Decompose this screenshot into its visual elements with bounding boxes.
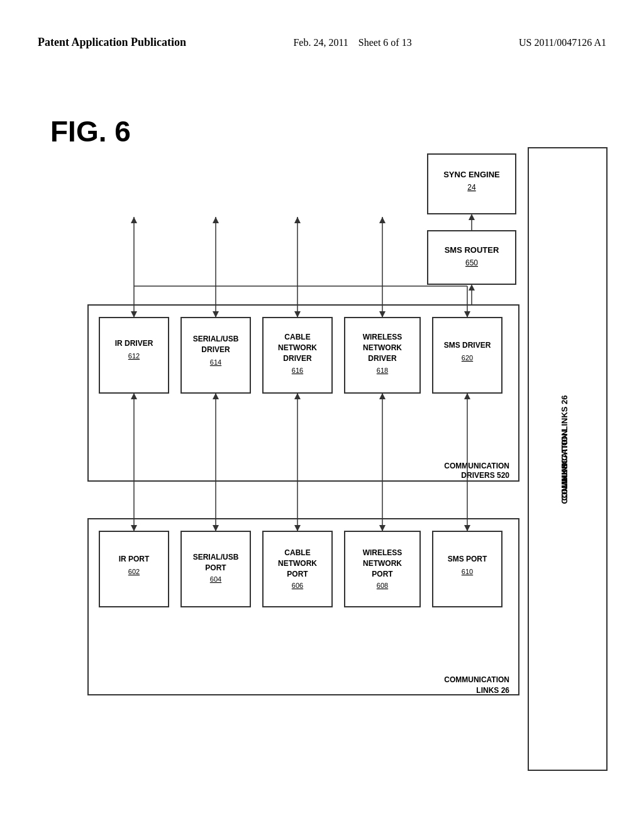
svg-text:24: 24 <box>467 183 476 192</box>
svg-marker-53 <box>131 217 137 223</box>
pub-date: Feb. 24, 2011 <box>293 37 348 48</box>
header-center: Feb. 24, 2011 Sheet 6 of 13 <box>293 35 411 51</box>
svg-text:SERIAL/USB: SERIAL/USB <box>193 335 239 343</box>
svg-text:NETWORK: NETWORK <box>363 343 402 352</box>
svg-text:IR PORT: IR PORT <box>119 555 150 563</box>
svg-text:PORT: PORT <box>287 570 308 578</box>
patent-number: US 2011/0047126 A1 <box>519 37 606 48</box>
svg-marker-90 <box>379 393 386 399</box>
svg-marker-93 <box>464 393 470 399</box>
svg-marker-43 <box>294 311 301 318</box>
page-header: Patent Application Publication Feb. 24, … <box>0 0 644 51</box>
svg-text:NETWORK: NETWORK <box>278 343 317 352</box>
svg-marker-81 <box>131 393 137 399</box>
svg-text:610: 610 <box>462 568 473 575</box>
svg-marker-84 <box>213 393 219 399</box>
svg-text:616: 616 <box>292 367 303 374</box>
svg-text:WIRELESS: WIRELESS <box>363 333 402 341</box>
svg-text:618: 618 <box>377 367 388 374</box>
svg-marker-82 <box>131 525 137 531</box>
svg-marker-55 <box>294 217 301 223</box>
svg-text:602: 602 <box>128 568 140 575</box>
svg-marker-9 <box>469 214 475 220</box>
svg-text:SMS ROUTER: SMS ROUTER <box>445 245 499 255</box>
svg-text:608: 608 <box>377 582 388 589</box>
header-right: US 2011/0047126 A1 <box>519 35 606 51</box>
svg-text:FIG. 6: FIG. 6 <box>50 115 131 148</box>
svg-text:SMS DRIVER: SMS DRIVER <box>444 341 491 350</box>
svg-text:COMMUNICATION: COMMUNICATION <box>444 462 509 470</box>
svg-rect-67 <box>263 531 332 607</box>
svg-text:606: 606 <box>292 582 303 589</box>
svg-marker-39 <box>131 311 137 318</box>
publication-title: Patent Application Publication <box>38 36 186 48</box>
svg-marker-91 <box>379 525 386 531</box>
svg-marker-56 <box>379 217 386 223</box>
svg-marker-94 <box>464 525 470 531</box>
svg-marker-45 <box>379 311 386 318</box>
svg-text:DRIVER: DRIVER <box>201 345 230 354</box>
svg-text:SERIAL/USB: SERIAL/USB <box>193 553 239 562</box>
sheet-info: Sheet 6 of 13 <box>358 37 412 48</box>
header-left: Patent Application Publication <box>38 35 186 50</box>
svg-text:WIRELESS: WIRELESS <box>363 548 402 557</box>
svg-marker-14 <box>469 284 475 290</box>
svg-text:604: 604 <box>210 575 221 583</box>
svg-text:DRIVER: DRIVER <box>368 354 397 363</box>
svg-text:614: 614 <box>210 358 221 366</box>
diagram-svg: FIG. 6 COMMUNICATION LINKS COMMUNICATION… <box>31 91 616 802</box>
svg-marker-88 <box>294 525 301 531</box>
svg-rect-72 <box>345 531 420 607</box>
svg-text:612: 612 <box>128 352 140 360</box>
svg-text:LINKS 26: LINKS 26 <box>476 686 509 695</box>
svg-text:COMMUNICATION: COMMUNICATION <box>444 675 509 684</box>
svg-text:SMS PORT: SMS PORT <box>448 555 487 563</box>
svg-rect-10 <box>428 231 516 284</box>
svg-marker-47 <box>464 311 470 318</box>
svg-text:DRIVER: DRIVER <box>283 354 312 363</box>
svg-marker-41 <box>213 311 219 318</box>
svg-text:PORT: PORT <box>205 563 226 572</box>
svg-text:NETWORK: NETWORK <box>363 559 402 568</box>
svg-marker-85 <box>213 525 219 531</box>
svg-text:PORT: PORT <box>372 570 393 578</box>
svg-text:CABLE: CABLE <box>284 333 310 341</box>
svg-text:CABLE: CABLE <box>284 548 310 557</box>
svg-text:650: 650 <box>465 258 478 267</box>
svg-text:620: 620 <box>462 354 473 362</box>
svg-text:SYNC ENGINE: SYNC ENGINE <box>443 170 500 179</box>
svg-text:IR DRIVER: IR DRIVER <box>115 339 153 348</box>
svg-text:COMMUNICATION LINKS 26: COMMUNICATION LINKS 26 <box>560 395 569 504</box>
svg-marker-54 <box>213 217 219 223</box>
svg-text:DRIVERS 520: DRIVERS 520 <box>461 471 509 480</box>
svg-marker-87 <box>294 393 301 399</box>
svg-rect-21 <box>181 318 250 393</box>
svg-text:NETWORK: NETWORK <box>278 559 317 568</box>
